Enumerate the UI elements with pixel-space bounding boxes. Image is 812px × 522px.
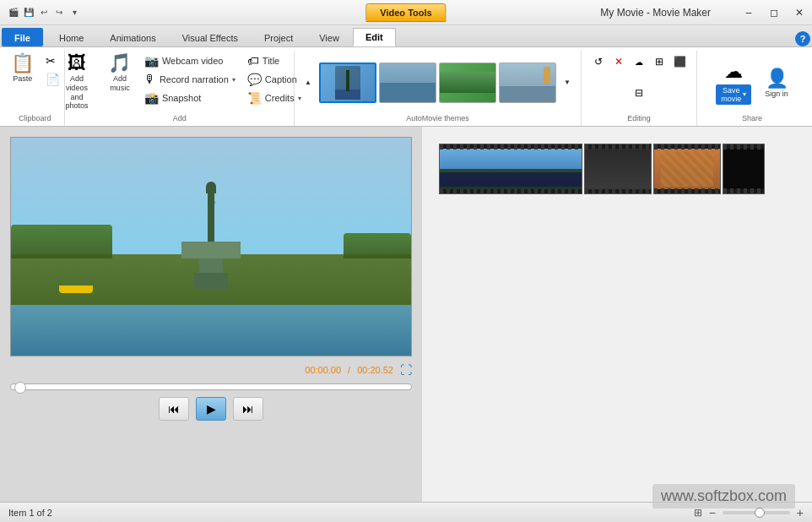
zoom-in-btn[interactable]: +	[797, 506, 804, 519]
next-frame-btn[interactable]: ⏭	[233, 397, 263, 421]
add-small-btns: 📷 Webcam video 🎙 Record narration ▾ 📸 Sn…	[141, 52, 239, 106]
caption-label: Caption	[265, 74, 297, 84]
theme-none[interactable]	[319, 63, 376, 103]
window-title: My Movie - Movie Maker	[600, 7, 711, 19]
dropdown-btn[interactable]: ▾	[68, 6, 81, 19]
ribbon-content: 📋 Paste ✂ 📄 Clipboard 🖼	[0, 47, 812, 126]
current-time: 00:00.00	[305, 365, 341, 375]
timeline-panel: www.softzbox.com	[422, 127, 812, 502]
save-movie-label: Savemovie ▾	[716, 84, 751, 105]
add-videos-button[interactable]: 🖼 Add videosand photos	[55, 52, 99, 112]
paste-label: Paste	[13, 74, 32, 84]
trees-right	[344, 233, 411, 258]
tab-home[interactable]: Home	[46, 28, 96, 46]
sign-in-icon: 👤	[766, 68, 788, 90]
clipboard-label: Clipboard	[19, 112, 51, 124]
themes-scroll-up[interactable]: ▲	[302, 79, 314, 86]
zoom-fit-btn[interactable]: ⊟	[630, 84, 648, 102]
undo-btn[interactable]: ↩	[37, 6, 51, 19]
film-frame-2[interactable]	[584, 144, 652, 194]
title-icon: 🏷	[247, 54, 259, 68]
active-tool-tab: Video Tools	[365, 3, 446, 22]
video-preview	[10, 137, 412, 356]
window-controls: – ◻ ✕	[736, 0, 812, 24]
themes-scroll-area	[319, 63, 556, 103]
webcam-icon: 📷	[144, 54, 159, 68]
rotate-right-btn[interactable]: ✕	[609, 52, 628, 71]
add-music-button[interactable]: 🎵 Addmusic	[104, 52, 136, 95]
save-quick-btn[interactable]: 💾	[22, 6, 35, 19]
trees-left	[11, 225, 112, 258]
help-btn[interactable]: ?	[795, 31, 810, 46]
webcam-video-button[interactable]: 📷 Webcam video	[141, 52, 239, 69]
rotate-left-btn[interactable]: ↺	[589, 52, 608, 71]
zoom-thumb[interactable]	[755, 508, 765, 518]
editing-btns: ↺ ✕ ☁ ⊞ ⬛ ⊟	[587, 52, 691, 112]
save-movie-button[interactable]: ☁ Savemovie ▾	[712, 57, 755, 108]
crop-btn[interactable]: ⊞	[650, 52, 669, 71]
credits-icon: 📜	[247, 91, 262, 105]
film-frame-4[interactable]	[723, 144, 765, 194]
rewind-btn[interactable]: ⏮	[159, 397, 189, 421]
record-narration-button[interactable]: 🎙 Record narration ▾	[141, 71, 239, 88]
add-videos-icon: 🖼	[68, 54, 86, 73]
minimize-btn[interactable]: –	[736, 0, 761, 25]
tab-project[interactable]: Project	[252, 28, 306, 46]
paste-button[interactable]: 📋 Paste	[7, 52, 39, 85]
time-display: 00:00.00/00:20.52 ⛶	[10, 363, 412, 377]
ribbon: File Home Animations Visual Effects Proj…	[0, 25, 812, 127]
webcam-label: Webcam video	[162, 56, 224, 66]
record-narration-label: Record narration	[160, 74, 229, 84]
share-label: Share	[742, 112, 762, 124]
add-group-content: 🖼 Add videosand photos 🎵 Addmusic 📷 Webc…	[55, 52, 305, 112]
tab-visual-effects[interactable]: Visual Effects	[170, 28, 251, 46]
quick-access-toolbar: 🎬 💾 ↩ ↪ ▾	[7, 6, 81, 19]
save-movie-icon: ☁	[724, 61, 743, 83]
snapshot-button[interactable]: 📸 Snapshot	[141, 90, 239, 106]
share-group: ☁ Savemovie ▾ 👤 Sign in Share	[697, 51, 807, 126]
maximize-btn[interactable]: ◻	[761, 0, 787, 25]
microphone-icon: 🎙	[144, 73, 156, 86]
tab-edit[interactable]: Edit	[353, 28, 396, 46]
play-btn[interactable]: ▶	[196, 397, 226, 421]
credits-label: Credits	[265, 93, 295, 103]
tab-file[interactable]: File	[2, 28, 43, 46]
video-tools-tab[interactable]: Video Tools	[365, 3, 446, 22]
sign-in-button[interactable]: 👤 Sign in	[761, 64, 792, 101]
close-btn[interactable]: ✕	[787, 0, 812, 25]
scrub-thumb[interactable]	[14, 382, 26, 394]
editing-group: ↺ ✕ ☁ ⊞ ⬛ ⊟ Editing	[582, 51, 697, 126]
add-group-label: Add	[173, 112, 187, 124]
film-frame-3[interactable]	[653, 144, 721, 194]
tab-view[interactable]: View	[306, 28, 352, 46]
timeline-content	[422, 127, 812, 502]
record-narration-arrow: ▾	[232, 76, 235, 84]
cloud-btn[interactable]: ☁	[630, 52, 648, 71]
themes-content: ▲	[302, 52, 573, 112]
sign-in-label: Sign in	[765, 90, 788, 98]
theme-4[interactable]	[499, 63, 556, 103]
fullscreen-btn[interactable]: ⛶	[400, 363, 412, 377]
theme-2[interactable]	[379, 63, 436, 103]
paste-icon: 📋	[11, 54, 34, 73]
themes-scroll-down[interactable]: ▼	[561, 79, 573, 86]
editing-label: Editing	[627, 112, 651, 124]
main-content: 00:00.00/00:20.52 ⛶ ⏮ ▶ ⏭	[0, 127, 812, 502]
total-time: 00:20.52	[357, 365, 393, 375]
zoom-slider[interactable]	[723, 511, 790, 514]
redo-btn[interactable]: ↪	[52, 6, 66, 19]
scrub-bar[interactable]	[10, 383, 412, 390]
snapshot-icon: 📸	[144, 91, 159, 105]
snapshot-label: Snapshot	[162, 93, 201, 103]
add-music-label: Addmusic	[110, 74, 130, 93]
share-group-content: ☁ Savemovie ▾ 👤 Sign in	[712, 52, 792, 112]
title-bar: 🎬 💾 ↩ ↪ ▾ Video Tools My Movie - Movie M…	[0, 0, 812, 25]
effect-btn[interactable]: ⬛	[670, 52, 689, 71]
playback-controls: ⏮ ▶ ⏭	[10, 397, 412, 421]
tab-animations[interactable]: Animations	[97, 28, 168, 46]
film-strip	[439, 144, 795, 194]
theme-3[interactable]	[439, 63, 496, 103]
add-music-icon: 🎵	[108, 54, 131, 73]
island-base	[181, 242, 241, 258]
film-frame-1[interactable]	[439, 144, 582, 194]
